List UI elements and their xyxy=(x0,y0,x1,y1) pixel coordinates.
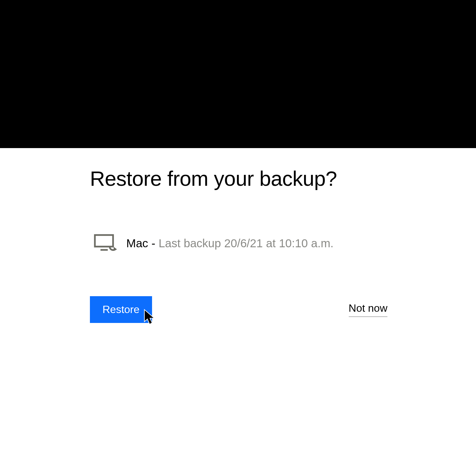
device-name: Mac xyxy=(126,237,148,250)
backup-info-row: Mac - Last backup 20/6/21 at 10:10 a.m. xyxy=(94,233,476,253)
separator: - xyxy=(151,237,155,250)
svg-rect-0 xyxy=(95,235,113,247)
dialog-content: Restore from your backup? Mac - Last bac… xyxy=(0,148,476,323)
not-now-button[interactable]: Not now xyxy=(349,302,387,317)
button-row: Restore Not now xyxy=(90,296,387,323)
dialog-title: Restore from your backup? xyxy=(90,167,476,190)
backup-detail: Last backup 20/6/21 at 10:10 a.m. xyxy=(159,237,334,250)
backup-text: Mac - Last backup 20/6/21 at 10:10 a.m. xyxy=(126,237,334,250)
restore-button[interactable]: Restore xyxy=(90,296,152,323)
monitor-backup-icon xyxy=(94,233,117,253)
top-banner xyxy=(0,0,476,148)
